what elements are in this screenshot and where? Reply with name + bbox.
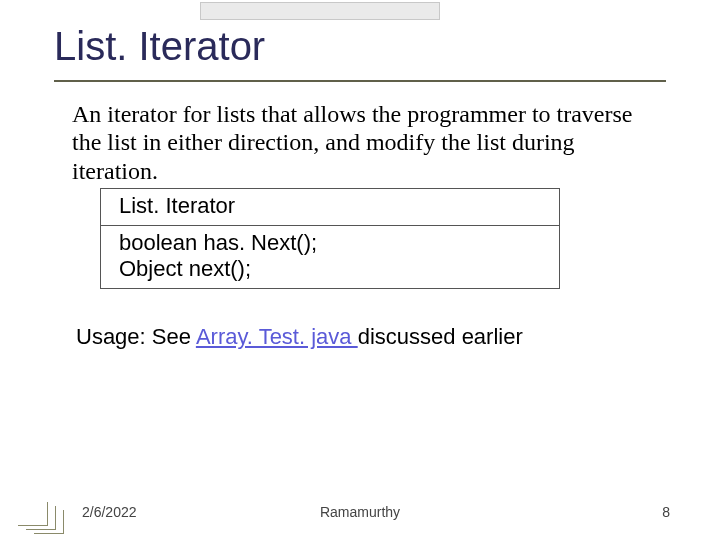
- usage-line: Usage: See Array. Test. java discussed e…: [76, 324, 523, 350]
- slide-title: List. Iterator: [54, 24, 265, 69]
- uml-name-row: List. Iterator: [101, 189, 560, 226]
- usage-suffix: discussed earlier: [358, 324, 523, 349]
- title-underline: [54, 80, 666, 82]
- slide: List. Iterator An iterator for lists tha…: [0, 0, 720, 540]
- uml-method-2: Object next();: [119, 256, 541, 282]
- uml-class-box: List. Iterator boolean has. Next(); Obje…: [100, 188, 560, 289]
- uml-methods-cell: boolean has. Next(); Object next();: [101, 226, 560, 289]
- usage-prefix: Usage: See: [76, 324, 196, 349]
- footer-page-number: 8: [662, 504, 670, 520]
- top-decorative-bar: [200, 2, 440, 20]
- footer-author: Ramamurthy: [0, 504, 720, 520]
- body-paragraph: An iterator for lists that allows the pr…: [72, 100, 657, 185]
- uml-method-1: boolean has. Next();: [119, 230, 541, 256]
- usage-link[interactable]: Array. Test. java: [196, 324, 358, 349]
- uml-methods-row: boolean has. Next(); Object next();: [101, 226, 560, 289]
- uml-class-name: List. Iterator: [101, 189, 560, 226]
